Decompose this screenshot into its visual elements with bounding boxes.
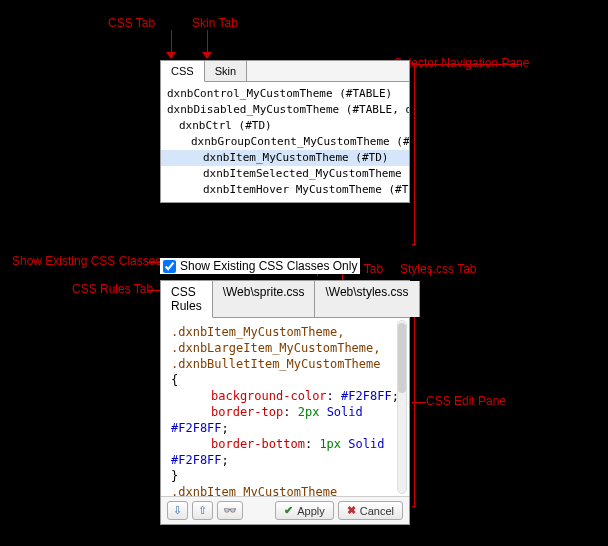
apply-button[interactable]: ✔Apply [275,501,334,520]
editor-scrollbar[interactable] [397,320,407,494]
label-show-existing: Show Existing CSS Classes [12,254,161,268]
label-edit-pane: CSS Edit Pane [426,394,506,408]
selector-list[interactable]: dxnbControl_MyCustomTheme (#TABLE) dxnbD… [161,82,409,202]
show-existing-label: Show Existing CSS Classes Only [180,259,357,273]
selector-item[interactable]: dxnbDisabled_MyCustomTheme (#TABLE, disa… [161,102,409,118]
x-icon: ✖ [347,504,356,517]
code-editor[interactable]: .dxnbItem_MyCustomTheme, .dxnbLargeItem_… [161,318,409,496]
find-button[interactable]: 👓 [217,501,243,520]
cancel-button[interactable]: ✖Cancel [338,501,403,520]
show-existing-checkbox[interactable] [163,260,176,273]
selector-navigation-pane: CSS Skin dxnbControl_MyCustomTheme (#TAB… [160,60,410,203]
nav-up-button[interactable]: ⇧ [192,501,213,520]
label-skin-tab: Skin Tab [192,16,238,30]
selector-item[interactable]: dxnbItemHover MyCustomTheme (#TD, hottra… [161,182,409,198]
tab-css[interactable]: CSS [161,61,205,82]
show-existing-row: Show Existing CSS Classes Only [160,258,410,274]
binoculars-icon: 👓 [223,504,237,517]
tab-sprite-css[interactable]: \Web\sprite.css [213,281,316,317]
editor-tabs: CSS Rules \Web\sprite.css \Web\styles.cs… [161,281,409,318]
arrow-up-icon: ⇧ [198,504,207,517]
label-css-rules-tab: CSS Rules Tab [72,282,153,296]
css-edit-pane: CSS Rules \Web\sprite.css \Web\styles.cs… [160,280,410,525]
selector-item[interactable]: dxnbGroupContent_MyCustomTheme (#TD) [161,134,409,150]
selector-item-selected[interactable]: dxnbItem_MyCustomTheme (#TD) [161,150,409,166]
editor-toolbar: ⇩ ⇧ 👓 ✔Apply ✖Cancel [161,496,409,524]
nav-down-button[interactable]: ⇩ [167,501,188,520]
label-css-tab: CSS Tab [108,16,155,30]
label-styles-tab: Styles.css Tab [400,262,476,276]
selector-item[interactable]: dxnbCtrl (#TD) [161,118,409,134]
tab-skin[interactable]: Skin [205,61,247,81]
selector-item[interactable]: dxnbControl_MyCustomTheme (#TABLE) [161,86,409,102]
tab-css-rules[interactable]: CSS Rules [161,281,213,318]
arrow-down-icon: ⇩ [173,504,182,517]
check-icon: ✔ [284,504,293,517]
top-tabs: CSS Skin [161,61,409,82]
selector-item[interactable]: dxnbItemSelected_MyCustomTheme (#TD, sel… [161,166,409,182]
tab-styles-css[interactable]: \Web\styles.css [315,281,419,317]
